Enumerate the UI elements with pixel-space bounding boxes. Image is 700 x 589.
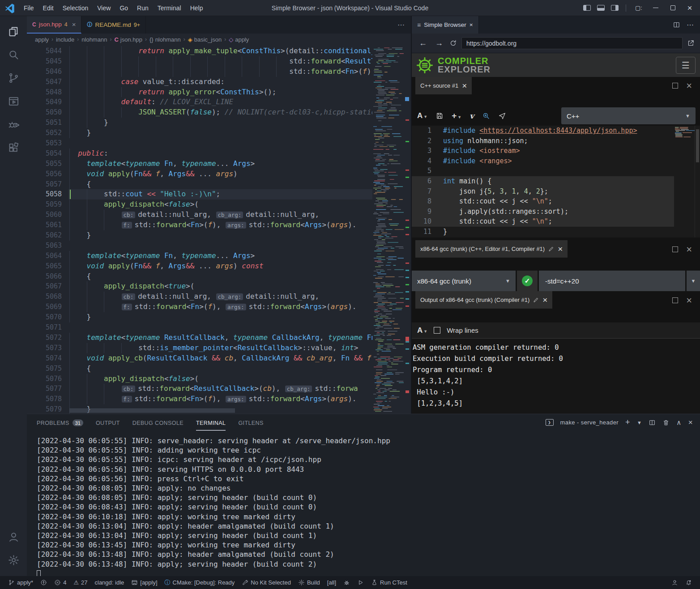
close-icon[interactable]: ×: [72, 21, 76, 28]
close-icon[interactable]: ×: [542, 297, 547, 303]
menu-selection[interactable]: Selection: [59, 3, 93, 13]
font-size-button[interactable]: A▼: [417, 326, 427, 335]
compiler-options-input[interactable]: -std=c++20: [539, 271, 685, 291]
add-pane-button[interactable]: +▼: [452, 111, 461, 121]
menu-file[interactable]: File: [20, 3, 38, 13]
ce-scrollbar[interactable]: [695, 126, 700, 237]
language-select[interactable]: C++ ▼: [561, 107, 696, 124]
status-4[interactable]: 4: [51, 576, 70, 589]
status-apply[interactable]: [apply]: [128, 576, 161, 589]
url-input[interactable]: https://godbolt.org: [461, 37, 683, 49]
toggle-panel-icon[interactable]: [597, 5, 605, 11]
status-cloud-upload-icon[interactable]: [37, 576, 51, 589]
tab-readme.md[interactable]: ⓘREADME.md9+: [81, 16, 146, 34]
font-size-button[interactable]: A▼: [417, 111, 427, 120]
maximize-pane-icon[interactable]: [672, 246, 678, 252]
more-actions-icon[interactable]: ⋯: [391, 16, 411, 34]
hamburger-menu-icon[interactable]: ☰: [676, 57, 696, 74]
customize-layout-icon[interactable]: ▢:: [631, 2, 646, 14]
toggle-secondary-sidebar-icon[interactable]: [611, 5, 619, 11]
maximize-pane-icon[interactable]: [672, 297, 678, 303]
status-bell-icon[interactable]: [682, 579, 696, 586]
horizontal-scrollbar[interactable]: [69, 408, 235, 413]
status-run-ctest[interactable]: Run CTest: [367, 576, 411, 589]
menu-go[interactable]: Go: [115, 3, 132, 13]
panel-tab-problems[interactable]: PROBLEMS31: [37, 414, 83, 431]
maximize-panel-icon[interactable]: ∧: [676, 419, 681, 427]
breadcrumb-item-json.hpp[interactable]: Cjson.hpp: [114, 36, 142, 43]
menu-terminal[interactable]: Terminal: [154, 3, 185, 13]
activity-item-debug[interactable]: [3, 113, 24, 136]
open-external-icon[interactable]: [687, 39, 695, 47]
ce-output-tab[interactable]: Output of x86-64 gcc (trunk) (Compiler #…: [415, 291, 552, 309]
terminal-title[interactable]: make - serve_header: [560, 419, 619, 426]
close-pane-icon[interactable]: ×: [686, 297, 692, 303]
breadcrumb-item-apply[interactable]: ◇apply: [229, 36, 249, 43]
options-dropdown-icon[interactable]: ▼: [687, 271, 700, 291]
split-terminal-icon[interactable]: [649, 419, 656, 426]
close-button[interactable]: ×: [682, 2, 697, 14]
close-pane-icon[interactable]: ×: [686, 83, 692, 89]
close-icon[interactable]: ×: [462, 83, 467, 89]
menu-edit[interactable]: Edit: [39, 3, 58, 13]
ce-source-tab[interactable]: C++ source #1 ×: [415, 77, 472, 94]
edit-title-icon[interactable]: [548, 246, 554, 252]
activity-item-files[interactable]: [3, 20, 24, 43]
terminal-output[interactable]: [2022-04-30 06:05:55] INFO: serve_header…: [27, 431, 700, 576]
ce-minimap[interactable]: [674, 126, 695, 237]
activity-item-settings-gear[interactable]: [3, 548, 24, 572]
pin-icon[interactable]: [498, 112, 506, 120]
activity-item-search[interactable]: [3, 43, 24, 66]
status-all[interactable]: [all]: [324, 576, 340, 589]
close-panel-icon[interactable]: ×: [688, 418, 693, 427]
status-person-icon[interactable]: [668, 579, 682, 586]
minimap[interactable]: [372, 45, 404, 414]
new-terminal-icon[interactable]: +: [625, 418, 630, 427]
menu-view[interactable]: View: [93, 3, 115, 13]
tab-json.hpp[interactable]: Cjson.hpp4×: [27, 16, 81, 34]
close-icon[interactable]: ×: [470, 21, 473, 28]
save-icon[interactable]: [435, 112, 444, 120]
maximize-pane-icon[interactable]: [672, 83, 678, 89]
activity-item-extensions[interactable]: [3, 136, 24, 159]
toggle-sidebar-icon[interactable]: [583, 5, 591, 11]
forward-icon[interactable]: →: [433, 38, 445, 48]
ce-compiler-tab[interactable]: x86-64 gcc (trunk) (C++, Editor #1, Comp…: [415, 240, 568, 258]
status-clangd-idle[interactable]: clangd: idle: [91, 576, 128, 589]
status-cmake-debug-ready[interactable]: ⓘCMake: [Debug]: Ready: [161, 576, 239, 589]
code-editor[interactable]: 5044return apply_make_tuple<ConstThis>(d…: [27, 45, 411, 414]
ce-source-editor[interactable]: 1#include <https://localhost:8443/apply/…: [412, 126, 700, 237]
menu-help[interactable]: Help: [186, 3, 207, 13]
menu-run[interactable]: Run: [133, 3, 153, 13]
breadcrumb-item-nlohmann[interactable]: nlohmann: [81, 36, 107, 43]
panel-tab-output[interactable]: OUTPUT: [96, 414, 120, 431]
status-play-icon[interactable]: [354, 576, 367, 589]
breadcrumb-item-include[interactable]: include: [56, 36, 74, 43]
chevron-down-icon[interactable]: ▼: [637, 420, 642, 425]
activity-item-source-control[interactable]: [3, 66, 24, 89]
status-apply[interactable]: apply*: [4, 576, 37, 589]
breadcrumb-item-apply[interactable]: apply: [35, 36, 49, 43]
close-pane-icon[interactable]: ×: [686, 246, 692, 252]
maximize-button[interactable]: [665, 2, 680, 14]
split-editor-icon[interactable]: [673, 21, 680, 29]
edit-title-icon[interactable]: [533, 297, 539, 303]
close-icon[interactable]: ×: [558, 246, 563, 252]
panel-tab-terminal[interactable]: TERMINAL: [196, 414, 226, 431]
tab-simple-browser[interactable]: ≡ Simple Browser ×: [412, 16, 479, 34]
activity-item-run-panel[interactable]: [3, 89, 24, 113]
status-27[interactable]: ⚠27: [70, 576, 91, 589]
panel-tab-debug-console[interactable]: DEBUG CONSOLE: [132, 414, 184, 431]
vim-mode-icon[interactable]: v: [470, 111, 474, 120]
breadcrumb-item-nlohmann[interactable]: {}nlohmann: [149, 36, 181, 43]
kill-terminal-icon[interactable]: [662, 419, 670, 426]
activity-item-account[interactable]: [3, 525, 24, 548]
breadcrumb-item-basic_json[interactable]: ◈basic_json: [188, 36, 222, 43]
panel-tab-gitlens[interactable]: GITLENS: [238, 414, 263, 431]
zoom-icon[interactable]: [482, 112, 490, 120]
status-bug-icon[interactable]: [340, 576, 354, 589]
status-no-kit-selected[interactable]: No Kit Selected: [238, 576, 295, 589]
back-icon[interactable]: ←: [417, 38, 429, 48]
status-build[interactable]: Build: [295, 576, 324, 589]
ce-logo[interactable]: COMPILER EXPLORER: [412, 56, 491, 75]
